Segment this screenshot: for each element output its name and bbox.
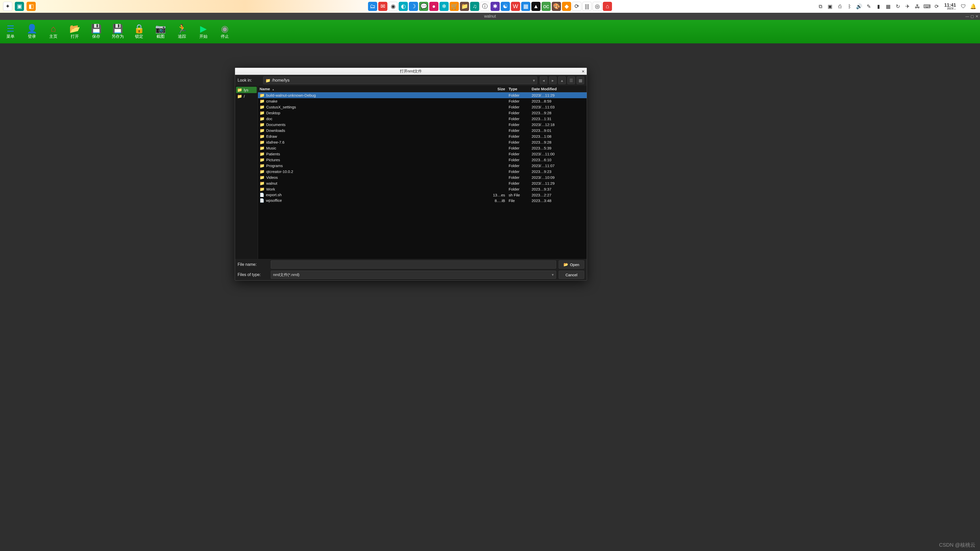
tray-icon[interactable]: ☯ [501,2,510,11]
edge-icon[interactable]: ◐ [399,2,408,11]
file-name: Videos [266,175,278,179]
toolbar-button-save[interactable]: 💾 保存 [89,24,103,39]
clock[interactable]: 11:41 2023/… [944,3,956,10]
close-button[interactable]: ✕ [975,14,978,18]
filename-input[interactable] [271,260,556,268]
file-row[interactable]: 📁cmakeFolder2023…8:59 [258,98,587,104]
toolbar-button-screenshot[interactable]: 📷 截图 [154,24,167,39]
file-row[interactable]: 📁docFolder2023…1:31 [258,116,587,122]
file-row[interactable]: 📁DownloadsFolder2023…9:01 [258,127,587,133]
column-type[interactable]: Type [509,87,531,91]
wps-icon[interactable]: W [511,2,520,11]
bluetooth-icon[interactable]: ᛒ [846,3,853,10]
tray-icon[interactable]: ✱ [490,2,500,11]
tray-icon[interactable]: ⌂ [603,2,612,11]
nav-forward-button[interactable]: ▸ [549,76,557,84]
column-size[interactable]: Size [478,87,509,91]
toolbar-button-saveas[interactable]: 💾 另存为 [111,24,124,39]
toolbar-button-home[interactable]: ⌂ 主页 [46,24,60,39]
file-list-rows[interactable]: 📁build-walnut-unknown-DebugFolder2023/…1… [258,92,587,259]
wechat-icon[interactable]: 💬 [419,2,428,11]
tray-icon[interactable]: ⟳ [572,2,581,11]
nav-back-button[interactable]: ◂ [540,76,547,84]
file-row[interactable]: 📁ProgramsFolder2023/…11:07 [258,163,587,168]
file-row[interactable]: 📁VideosFolder2023/…10:09 [258,175,587,180]
app-icon[interactable]: ◧ [27,2,36,11]
paraview-icon[interactable]: ||| [582,2,592,11]
toolbar-button-stop[interactable]: ◉ 停止 [218,24,232,39]
folder-icon: 📁 [259,158,265,162]
indicator-icon[interactable]: ⧉ [817,3,824,10]
filetype-combo[interactable]: nrrd文件(*.nrrd) ▾ [271,271,556,279]
file-row[interactable]: 📁EdrawFolder2023…1:08 [258,133,587,139]
tray-icon[interactable]: 📁 [460,2,469,11]
filename-label: File name: [238,262,268,267]
maximize-button[interactable]: ▢ [970,14,974,18]
nav-up-button[interactable]: ▴ [558,76,566,84]
toolbar-button-login[interactable]: 👤 登录 [25,24,39,39]
cancel-button[interactable]: Cancel [558,271,584,279]
view-detail-button[interactable]: ▦ [576,76,584,84]
notification-icon[interactable]: 🔔 [969,3,977,10]
view-list-button[interactable]: ☰ [567,76,575,84]
tray-icon[interactable]: 🎨 [552,2,561,11]
loop-icon[interactable]: ⟳ [933,3,941,10]
chrome-icon[interactable]: ◉ [388,2,398,11]
keyboard-icon[interactable]: ⌨ [923,3,931,10]
file-row[interactable]: 📁DocumentsFolder2023/…12:18 [258,122,587,127]
tray-icon[interactable]: ● [429,2,438,11]
tray-icon[interactable]: ✉ [378,2,387,11]
battery-icon[interactable]: ▮ [875,3,883,10]
file-name: walnut [266,181,277,186]
tray-icon[interactable]: ♫ [470,2,479,11]
edit-icon[interactable]: ✎ [865,3,873,10]
sidebar-item-root[interactable]: 📁 / [236,93,257,100]
dialog-close-icon[interactable]: ✕ [582,69,585,73]
file-row[interactable]: 📁PatientsFolder2023/…11:00 [258,151,587,157]
file-row[interactable]: 📄wpsoffice8.…iBFile2023…3:48 [258,198,587,203]
file-row[interactable]: 📁build-walnut-unknown-DebugFolder2023/…1… [258,92,587,98]
indicator-icon[interactable]: ▦ [885,3,892,10]
network-icon[interactable]: 🖧 [914,3,921,10]
lookin-label: Look in: [238,78,261,83]
launcher-icon[interactable]: ✦ [3,2,12,11]
plane-icon[interactable]: ✈ [904,3,912,10]
tray-icon[interactable]: 🛒 [450,2,459,11]
toolbar-button-menu[interactable]: ☰ 菜单 [3,24,18,39]
file-row[interactable]: 📁MusicFolder2023…5:39 [258,145,587,151]
open-button[interactable]: 📂 Open [558,260,584,268]
path-combo[interactable]: 📁 /home/lys ▾ [263,76,537,84]
tray-icon[interactable]: ⓘ [480,2,490,11]
indicator-icon[interactable]: ⎙ [836,3,844,10]
toolbar-button-open[interactable]: 📂 打开 [68,24,82,39]
dialog-titlebar[interactable]: 打开nrrd文件 ✕ [235,68,587,75]
file-row[interactable]: 📁PicturesFolder2023…6:10 [258,157,587,163]
toolbar-button-lock[interactable]: 🔒 锁定 [132,24,146,39]
tray-icon[interactable]: ☽ [409,2,418,11]
tray-icon[interactable]: ▦ [521,2,530,11]
toolbar-button-start[interactable]: ▶ 开始 [197,24,210,39]
tray-icon[interactable]: oc [542,2,551,11]
tray-icon[interactable]: ◆ [562,2,571,11]
sidebar-item-home[interactable]: 📁 lys [236,87,257,93]
refresh-icon[interactable]: ↻ [894,3,902,10]
file-row[interactable]: 📁qtcreator-10.0.2Folder2023…9:23 [258,168,587,175]
terminal-icon[interactable]: ▣ [15,2,24,11]
toolbar-button-track[interactable]: 🏃 追踪 [175,24,189,39]
tray-icon[interactable]: 🗂 [368,2,377,11]
file-row[interactable]: 📁WorkFolder2023…9:37 [258,186,587,192]
tray-icon[interactable]: ◎ [593,2,602,11]
file-row[interactable]: 📁CustusX_settingsFolder2023/…11:03 [258,104,587,110]
column-date[interactable]: Date Modified [531,87,585,91]
file-row[interactable]: 📁idafree-7.6Folder2023…9:28 [258,139,587,145]
file-row[interactable]: 📄export.sh13…essh File2023…2:27 [258,192,587,198]
shield-icon[interactable]: 🛡 [959,3,967,10]
column-name[interactable]: Name ▴ [259,87,478,91]
volume-icon[interactable]: 🔊 [856,3,863,10]
tray-icon[interactable]: ❄ [439,2,449,11]
indicator-icon[interactable]: ▣ [826,3,834,10]
file-row[interactable]: 📁DesktopFolder2023…9:28 [258,110,587,116]
minimize-button[interactable]: — [966,14,969,18]
tray-icon[interactable]: ▲ [531,2,541,11]
file-row[interactable]: 📁walnutFolder2023/…11:29 [258,180,587,186]
